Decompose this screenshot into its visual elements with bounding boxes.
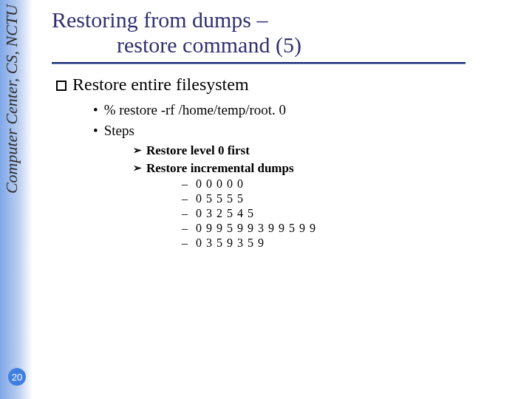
dash-bullet-icon: – (182, 222, 188, 234)
dash-bullet-icon: – (182, 236, 188, 249)
slide-title: Restoring from dumps – restore command (… (52, 7, 517, 58)
step-item-2: ➢Restore incremental dumps (133, 161, 517, 176)
page-number-badge: 20 (8, 368, 26, 386)
dash-bullet-icon: – (182, 177, 188, 190)
step-item-1-text: Restore level 0 first (146, 143, 250, 157)
bullet-steps-text: Steps (104, 123, 134, 138)
content: Restoring from dumps – restore command (… (52, 7, 517, 251)
sequence-e: –0 3 5 9 3 5 9 (182, 236, 517, 250)
sidebar: Computer Center, CS, NCTU (0, 0, 33, 399)
section-heading-text: Restore entire filesystem (72, 75, 249, 94)
square-bullet-icon (56, 81, 66, 91)
bullet-command: •% restore -rf /home/temp/root. 0 (93, 102, 517, 118)
sequence-c-text: 0 3 2 5 4 5 (196, 207, 254, 219)
title-line-1: Restoring from dumps – (52, 7, 517, 33)
sequence-c: –0 3 2 5 4 5 (182, 207, 517, 220)
arrow-bullet-icon: ➢ (133, 145, 142, 156)
sequence-b-text: 0 5 5 5 5 (196, 192, 244, 205)
slide: Computer Center, CS, NCTU 20 Restoring f… (0, 0, 532, 399)
sequence-a-text: 0 0 0 0 0 (196, 177, 244, 190)
step-item-2-text: Restore incremental dumps (146, 161, 294, 175)
section-heading: Restore entire filesystem (56, 75, 517, 95)
dash-bullet-icon: – (182, 192, 188, 205)
dot-bullet-icon: • (93, 102, 98, 117)
sequence-e-text: 0 3 5 9 3 5 9 (196, 236, 265, 249)
dot-bullet-icon: • (93, 123, 98, 138)
sidebar-label: Computer Center, CS, NCTU (2, 4, 21, 194)
arrow-bullet-icon: ➢ (133, 163, 142, 174)
dash-bullet-icon: – (182, 207, 188, 219)
bullet-steps: •Steps (93, 123, 517, 139)
title-divider (52, 62, 466, 64)
title-line-2: restore command (5) (52, 33, 517, 58)
bullet-command-text: % restore -rf /home/temp/root. 0 (104, 102, 286, 117)
sequence-a: –0 0 0 0 0 (182, 177, 517, 191)
sequence-b: –0 5 5 5 5 (182, 192, 517, 205)
sequence-d-text: 0 9 9 5 9 9 3 9 9 5 9 9 (196, 222, 316, 234)
step-item-1: ➢Restore level 0 first (133, 143, 517, 158)
sequence-d: –0 9 9 5 9 9 3 9 9 5 9 9 (182, 222, 517, 235)
